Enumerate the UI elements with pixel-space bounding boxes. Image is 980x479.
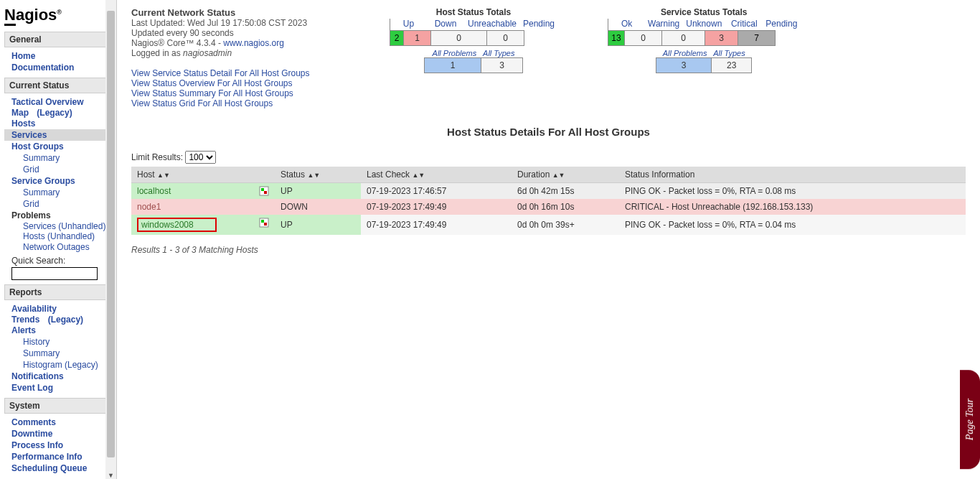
table-row: windows2008 UP 07-19-2023 17:49:49 0d 0h… xyxy=(131,215,966,235)
lastcheck-cell: 07-19-2023 17:49:49 xyxy=(361,199,512,215)
nagios-url[interactable]: www.nagios.org xyxy=(223,38,284,48)
sort-icon[interactable]: ▲▼ xyxy=(552,172,565,179)
st-unk[interactable]: 0 xyxy=(662,30,705,46)
ht-up[interactable]: 2 xyxy=(390,30,404,46)
st-allproblems[interactable]: 3 xyxy=(656,57,712,73)
st-alltypes-label[interactable]: All Types xyxy=(713,49,745,57)
nav-hosts[interactable]: Hosts xyxy=(4,118,112,129)
section-system: System xyxy=(4,398,112,414)
logo: Nagios® xyxy=(4,6,112,24)
host-link[interactable]: localhost xyxy=(137,186,171,196)
st-allproblems-label[interactable]: All Problems xyxy=(663,49,707,57)
section-general: General xyxy=(4,32,112,47)
nav-trends-legacy[interactable]: (Legacy) xyxy=(48,314,83,325)
st-warn-label[interactable]: Warning xyxy=(645,19,682,30)
nav-prob-host-unhandled[interactable]: (Unhandled) xyxy=(47,231,95,242)
host-totals-title: Host Status Totals xyxy=(390,7,557,17)
st-unk-label[interactable]: Unknown xyxy=(682,19,725,30)
ht-up-label[interactable]: Up xyxy=(390,19,427,30)
ht-allproblems[interactable]: 1 xyxy=(424,57,481,73)
nav-outages[interactable]: Network Outages xyxy=(4,241,112,253)
nav-histogram[interactable]: Histogram (Legacy) xyxy=(4,359,112,371)
ht-unreach[interactable]: 0 xyxy=(431,30,487,46)
nav-perfinfo[interactable]: Performance Info xyxy=(4,451,112,462)
service-detail-icon[interactable] xyxy=(259,218,269,228)
st-alltypes[interactable]: 23 xyxy=(712,57,752,73)
nav-notifications[interactable]: Notifications xyxy=(4,371,112,382)
nav-availability[interactable]: Availability xyxy=(4,303,112,315)
duration-cell: 0d 0h 16m 10s xyxy=(512,199,619,215)
nav-comments[interactable]: Comments xyxy=(4,417,112,428)
col-status[interactable]: Status ▲▼ xyxy=(275,167,361,183)
nav-sg-summary[interactable]: Summary xyxy=(4,187,112,198)
table-row: localhost UP 07-19-2023 17:46:57 6d 0h 4… xyxy=(131,183,966,200)
table-row: node1 DOWN 07-19-2023 17:49:49 0d 0h 16m… xyxy=(131,199,966,215)
scrollbar-down-icon[interactable]: ▼ xyxy=(108,472,114,479)
nav-sg-grid[interactable]: Grid xyxy=(4,198,112,210)
st-pending[interactable]: 7 xyxy=(738,30,776,46)
link-view-grid[interactable]: View Status Grid For All Host Groups xyxy=(131,98,339,108)
nav-hg-grid[interactable]: Grid xyxy=(4,164,112,175)
host-link[interactable]: node1 xyxy=(137,202,161,212)
sort-icon[interactable]: ▲▼ xyxy=(412,172,425,179)
ht-allproblems-label[interactable]: All Problems xyxy=(433,49,477,57)
st-pending-label[interactable]: Pending xyxy=(763,19,800,30)
ht-alltypes-label[interactable]: All Types xyxy=(483,49,514,57)
sidebar: Nagios® General Home Documentation Curre… xyxy=(0,0,117,479)
link-view-overview[interactable]: View Status Overview For All Host Groups xyxy=(131,78,339,88)
nav-downtime[interactable]: Downtime xyxy=(4,428,112,440)
sidebar-scrollbar[interactable]: ▼ xyxy=(105,0,116,479)
nav-map[interactable]: Map xyxy=(11,107,29,118)
col-duration[interactable]: Duration ▲▼ xyxy=(512,167,619,183)
col-lastcheck[interactable]: Last Check ▲▼ xyxy=(361,167,512,183)
nav-home[interactable]: Home xyxy=(4,50,112,62)
sort-icon[interactable]: ▲▼ xyxy=(307,172,320,179)
st-ok-label[interactable]: Ok xyxy=(608,19,645,30)
link-view-summary[interactable]: View Status Summary For All Host Groups xyxy=(131,88,339,98)
st-warn[interactable]: 0 xyxy=(625,30,662,46)
link-view-service-status[interactable]: View Service Status Detail For All Host … xyxy=(131,68,339,78)
st-crit[interactable]: 3 xyxy=(705,30,738,46)
host-link[interactable]: windows2008 xyxy=(141,220,194,230)
nav-services[interactable]: Services xyxy=(4,129,112,141)
ht-down[interactable]: 1 xyxy=(404,30,431,46)
section-reports: Reports xyxy=(4,284,112,300)
col-host[interactable]: Host ▲▼ xyxy=(131,167,275,183)
nav-schedqueue[interactable]: Scheduling Queue xyxy=(4,462,112,474)
nav-processinfo[interactable]: Process Info xyxy=(4,440,112,451)
status-cell: UP xyxy=(275,183,361,200)
host-totals: Host Status Totals Up Down Unreachable P… xyxy=(390,7,557,73)
sort-icon[interactable]: ▲▼ xyxy=(157,172,170,179)
col-info[interactable]: Status Information xyxy=(619,167,966,183)
nav-alerts[interactable]: Alerts xyxy=(4,325,112,336)
ht-pending-label[interactable]: Pending xyxy=(520,19,557,30)
nav-problems[interactable]: Problems xyxy=(4,210,112,221)
netstatus-version: Nagios® Core™ 4.3.4 - xyxy=(131,38,223,48)
service-detail-icon[interactable] xyxy=(259,186,269,196)
service-totals-title: Service Status Totals xyxy=(608,7,800,17)
netstatus-title: Current Network Status xyxy=(131,7,339,18)
status-cell: UP xyxy=(275,215,361,235)
nav-trends[interactable]: Trends xyxy=(11,314,39,325)
ht-unreach-label[interactable]: Unreachable xyxy=(464,19,520,30)
nav-docs[interactable]: Documentation xyxy=(4,62,112,73)
ht-down-label[interactable]: Down xyxy=(427,19,464,30)
nav-tactical[interactable]: Tactical Overview xyxy=(4,96,112,108)
nav-history[interactable]: History xyxy=(4,336,112,348)
section-current-status: Current Status xyxy=(4,78,112,93)
limit-select[interactable]: 100 xyxy=(185,151,216,164)
nav-alert-summary[interactable]: Summary xyxy=(4,348,112,359)
quicksearch-input[interactable] xyxy=(11,267,98,280)
page-tour-button[interactable]: Page Tour xyxy=(960,370,980,469)
ht-pending[interactable]: 0 xyxy=(487,30,524,46)
st-ok[interactable]: 13 xyxy=(608,30,625,46)
nav-prob-hosts[interactable]: Hosts xyxy=(23,231,45,242)
nav-eventlog[interactable]: Event Log xyxy=(4,382,112,394)
info-cell: PING OK - Packet loss = 0%, RTA = 0.08 m… xyxy=(619,183,966,200)
ht-alltypes[interactable]: 3 xyxy=(481,57,523,73)
nav-hg-summary[interactable]: Summary xyxy=(4,152,112,164)
st-crit-label[interactable]: Critical xyxy=(725,19,763,30)
nav-map-legacy[interactable]: (Legacy) xyxy=(37,107,72,118)
nav-hostgroups[interactable]: Host Groups xyxy=(4,141,112,152)
nav-servicegroups[interactable]: Service Groups xyxy=(4,175,112,187)
